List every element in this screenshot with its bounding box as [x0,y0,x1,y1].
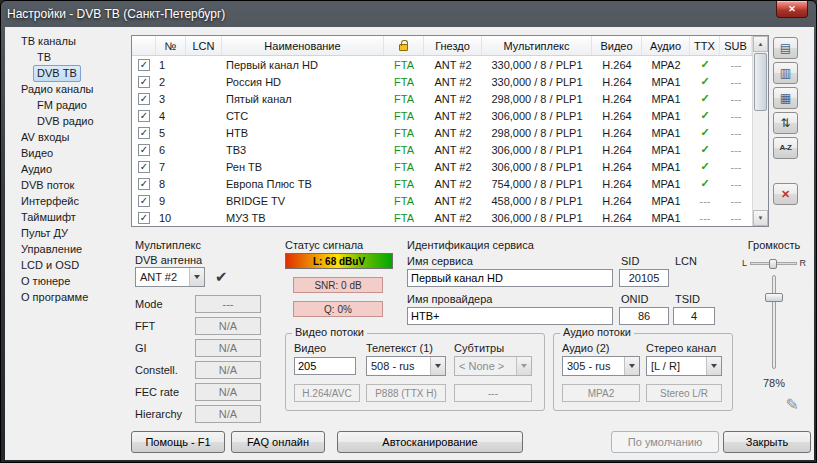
stereo-channel-select[interactable]: [L / R] [646,356,722,376]
channel-row[interactable]: ✓ 5 НТВ FTA ANT #2 298,000 / 8 / PLP1 H.… [132,124,752,141]
sidebar-item[interactable]: AV входы [7,129,129,145]
multiplex-field-label: Constell. [135,364,195,376]
autoscan-button[interactable]: Автосканирование [337,431,523,453]
channel-checkbox[interactable]: ✓ [132,107,156,124]
channel-number: 8 [156,175,186,192]
sidebar-item[interactable]: FM радио [7,97,129,113]
channel-checkbox[interactable]: ✓ [132,141,156,158]
channel-audio-codec: MPA1 [642,90,690,107]
scroll-thumb[interactable] [754,53,767,111]
sidebar-item[interactable]: Видео [7,145,129,161]
channel-grid-button[interactable]: ▤ [773,37,798,59]
header-socket[interactable]: Гнездо [424,36,482,55]
checkbox-check-icon: ✓ [138,93,150,105]
teletext-select[interactable]: 508 - rus [366,356,446,376]
antenna-apply-check-icon[interactable]: ✔ [215,268,228,286]
channel-row[interactable]: ✓ 3 Пятый канал FTA ANT #2 298,000 / 8 /… [132,90,752,107]
volume-slider-track[interactable] [772,275,776,369]
channel-checkbox[interactable]: ✓ [132,175,156,192]
channel-fta-badge: FTA [384,141,424,158]
audio-select[interactable]: 305 - rus [562,356,640,376]
service-name-input[interactable] [407,269,613,287]
sort-az-button[interactable]: A-Z [773,137,798,159]
channel-row[interactable]: ✓ 2 Россия HD FTA ANT #2 330,000 / 8 / P… [132,73,752,90]
channel-row[interactable]: ✓ 10 МУЗ ТВ FTA ANT #2 306,000 / 8 / PLP… [132,209,752,226]
sidebar-item[interactable]: Таймшифт [7,209,129,225]
channel-row[interactable]: ✓ 1 Первый канал HD FTA ANT #2 330,000 /… [132,56,752,73]
sidebar-item[interactable]: DVB поток [7,177,129,193]
channel-checkbox[interactable]: ✓ [132,158,156,175]
header-encryption[interactable] [384,36,424,55]
channel-checkbox[interactable]: ✓ [132,124,156,141]
channel-row[interactable]: ✓ 8 Европа Плюс ТВ FTA ANT #2 754,000 / … [132,175,752,192]
sidebar-item[interactable]: DVB радио [7,113,129,129]
header-multiplex[interactable]: Мультиплекс [482,36,592,55]
multiplex-field-value: N/A [195,383,261,401]
balance-track[interactable] [750,262,796,265]
header-lcn[interactable]: LCN [186,36,222,55]
channel-audio-codec: MPA1 [642,175,690,192]
channel-columns-button[interactable]: ▦ [773,87,798,109]
channel-name: Первый канал HD [222,56,384,73]
sidebar-item[interactable]: Пульт ДУ [7,225,129,241]
channel-video-codec: H.264 [592,209,642,226]
channel-video-codec: H.264 [592,192,642,209]
video-pid-input[interactable] [294,357,356,375]
sidebar-item[interactable]: LCD и OSD [7,257,129,273]
sidebar-item[interactable]: Управление [7,241,129,257]
move-up-down-icon: ⇅ [780,117,790,129]
header-video[interactable]: Видео [592,36,642,55]
help-button[interactable]: Помощь - F1 [131,431,225,453]
video-pid-label: Видео [294,342,326,354]
sidebar-item[interactable]: О тюнере [7,273,129,289]
channel-multiplex: 306,000 / 8 / PLP1 [482,107,592,124]
sidebar-item[interactable]: DVB ТВ [7,65,129,81]
delete-channel-button[interactable]: ✕ [773,183,798,205]
table-scrollbar[interactable]: ▲ ▼ [752,36,768,226]
sidebar-item[interactable]: Интерфейс [7,193,129,209]
sidebar-item[interactable]: Аудио [7,161,129,177]
sidebar-item[interactable]: ТВ [7,49,129,65]
channel-name: BRIDGE TV [222,192,384,209]
scroll-down-button[interactable]: ▼ [753,210,768,226]
close-dialog-button[interactable]: Закрыть [723,431,811,453]
scroll-up-button[interactable]: ▲ [753,36,768,52]
antenna-select[interactable]: ANT #2 [135,267,205,287]
channel-list-button[interactable]: ▥ [773,62,798,84]
volume-slider-thumb[interactable] [765,293,783,302]
channel-checkbox[interactable]: ✓ [132,73,156,90]
channel-number: 2 [156,73,186,90]
channel-checkbox[interactable]: ✓ [132,56,156,73]
channel-lcn [186,107,222,124]
channel-number: 6 [156,141,186,158]
channel-row[interactable]: ✓ 7 Рен ТВ FTA ANT #2 306,000 / 8 / PLP1… [132,158,752,175]
client-area: ТВ каналы ТВ DVB ТВ Радио каналы FM ради… [5,27,814,460]
header-sub[interactable]: SUB [720,36,752,55]
titlebar[interactable]: Настройки - DVB ТВ (Санкт-Петербург) [7,4,770,24]
channel-row[interactable]: ✓ 6 ТВ3 FTA ANT #2 306,000 / 8 / PLP1 H.… [132,141,752,158]
move-channel-button[interactable]: ⇅ [773,112,798,134]
channel-row[interactable]: ✓ 4 СТС FTA ANT #2 306,000 / 8 / PLP1 H.… [132,107,752,124]
header-ttx[interactable]: TTX [690,36,720,55]
header-audio[interactable]: Аудио [642,36,690,55]
sidebar-item[interactable]: О программе [7,289,129,305]
channel-checkbox[interactable]: ✓ [132,90,156,107]
channel-sub-flag: --- [720,175,752,192]
header-number[interactable]: № [156,36,186,55]
sidebar-item[interactable]: Радио каналы [7,81,129,97]
multiplex-field-row: Mode --- [135,295,261,313]
volume-pencil-icon[interactable]: ✎ [786,395,799,414]
provider-name-input[interactable] [407,307,613,325]
close-button[interactable]: ✕ [776,1,808,18]
balance-slider[interactable]: L R [742,257,806,269]
balance-thumb[interactable] [769,259,777,269]
channel-ttx-flag: ✓ [690,158,720,175]
channel-sub-flag: --- [720,107,752,124]
channel-checkbox[interactable]: ✓ [132,192,156,209]
channel-row[interactable]: ✓ 9 BRIDGE TV FTA ANT #2 458,000 / 8 / P… [132,192,752,209]
channel-name: ТВ3 [222,141,384,158]
header-name[interactable]: Наименование [222,36,384,55]
channel-checkbox[interactable]: ✓ [132,209,156,226]
sidebar-item[interactable]: ТВ каналы [7,33,129,49]
faq-online-button[interactable]: FAQ онлайн [231,431,325,453]
